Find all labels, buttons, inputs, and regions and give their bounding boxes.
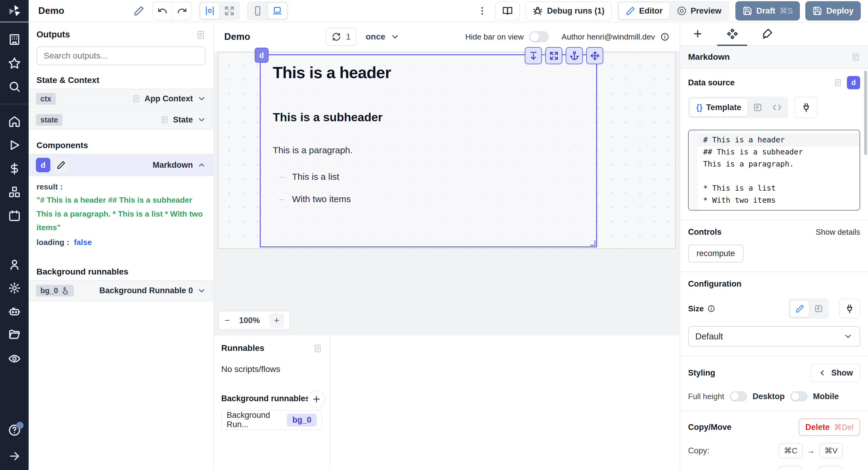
favorites-button[interactable] bbox=[8, 57, 21, 69]
tab-styling[interactable] bbox=[749, 22, 784, 45]
desktop-view-button[interactable] bbox=[267, 2, 287, 19]
undo-button[interactable] bbox=[153, 2, 172, 20]
recompute-button[interactable]: recompute bbox=[688, 245, 744, 262]
template-code-editor[interactable]: # This is a header ## This is a subheade… bbox=[688, 130, 860, 211]
full-height-toggle[interactable] bbox=[730, 391, 747, 402]
bg-runnable-row[interactable]: bg_0 Background Runnable 0 bbox=[29, 280, 213, 301]
markdown-component[interactable]: This is a header This is a subheader Thi… bbox=[260, 54, 597, 247]
pencil-icon bbox=[795, 304, 804, 313]
debug-runs-button[interactable]: Debug runs (1) bbox=[525, 1, 612, 20]
centered-layout-button[interactable] bbox=[200, 2, 220, 19]
show-styling-button[interactable]: Show bbox=[811, 363, 860, 382]
refresh-counter[interactable]: 1 bbox=[326, 28, 356, 46]
code-line[interactable]: ## This is a subheader bbox=[703, 146, 860, 158]
size-select[interactable]: Default bbox=[688, 326, 860, 347]
zoom-out-button[interactable]: − bbox=[224, 315, 230, 325]
scrollbar-thumb[interactable] bbox=[864, 70, 867, 155]
edit-component-id-button[interactable] bbox=[54, 158, 68, 172]
loading-key[interactable]: loading bbox=[36, 238, 64, 247]
zoom-in-button[interactable]: + bbox=[269, 313, 284, 328]
code-line[interactable]: This is a paragraph. bbox=[703, 158, 860, 170]
workspace-button[interactable] bbox=[8, 33, 21, 46]
tab-insert-component[interactable] bbox=[680, 22, 715, 45]
settings-button[interactable] bbox=[8, 282, 21, 294]
selected-component-tag[interactable]: d bbox=[255, 48, 269, 63]
windmill-logo[interactable] bbox=[0, 0, 29, 22]
search-button[interactable] bbox=[8, 80, 21, 93]
runnables-panel: Runnables No scripts/flows Background ru… bbox=[214, 335, 330, 470]
folders-button[interactable] bbox=[8, 329, 21, 342]
hide-bar-toggle[interactable] bbox=[529, 31, 549, 42]
code-mode-button[interactable] bbox=[767, 98, 786, 117]
size-static-button[interactable] bbox=[790, 300, 810, 317]
app-grid-container[interactable]: d This is a header This is a subheader T… bbox=[218, 52, 676, 249]
pencil-icon bbox=[133, 5, 144, 16]
code-line[interactable]: * This is a list bbox=[703, 182, 860, 194]
chevron-down-icon[interactable] bbox=[197, 94, 206, 103]
result-key[interactable]: result bbox=[36, 182, 58, 191]
desktop-toggle[interactable] bbox=[790, 391, 808, 402]
panel-doc-icon[interactable] bbox=[196, 30, 206, 40]
more-options-button[interactable] bbox=[477, 6, 487, 16]
result-value[interactable]: "# This is a header ## This is a subhead… bbox=[36, 194, 206, 235]
docs-button[interactable] bbox=[495, 1, 520, 20]
schedule-dropdown[interactable]: once bbox=[366, 32, 400, 41]
code-line[interactable]: # This is a header bbox=[698, 134, 860, 146]
preview-tab[interactable]: Preview bbox=[670, 2, 728, 20]
editor-tab[interactable]: Editor bbox=[618, 2, 670, 20]
plug-icon bbox=[845, 304, 855, 314]
delete-component-button[interactable]: Delete ⌘Del bbox=[799, 418, 860, 436]
expand-sidebar-button[interactable] bbox=[8, 450, 21, 462]
expand-down-handle[interactable] bbox=[525, 47, 542, 64]
canvas-area[interactable]: d This is a header This is a subheader T… bbox=[214, 51, 680, 335]
ctx-row[interactable]: ctx App Context bbox=[29, 89, 213, 109]
workers-button[interactable] bbox=[8, 305, 21, 318]
connect-input-button[interactable] bbox=[795, 96, 818, 118]
data-source-label: Data source bbox=[688, 78, 735, 87]
home-button[interactable] bbox=[8, 115, 21, 128]
component-d-row[interactable]: d Markdown bbox=[29, 154, 213, 176]
state-row[interactable]: state State bbox=[29, 110, 213, 130]
help-button[interactable] bbox=[8, 423, 21, 437]
show-details-link[interactable]: Show details bbox=[816, 228, 860, 237]
code-gutter bbox=[689, 130, 698, 210]
fullscreen-handle[interactable] bbox=[545, 47, 562, 64]
info-icon[interactable] bbox=[707, 305, 715, 313]
rename-app-button[interactable] bbox=[133, 5, 144, 16]
size-connect-button[interactable] bbox=[839, 299, 860, 319]
runs-button[interactable] bbox=[8, 139, 21, 151]
size-function-button[interactable] bbox=[810, 300, 827, 317]
function-mode-button[interactable] bbox=[748, 98, 767, 117]
chevron-down-icon[interactable] bbox=[197, 286, 206, 295]
redo-button[interactable] bbox=[172, 2, 191, 20]
users-button[interactable] bbox=[8, 258, 21, 271]
move-handle[interactable] bbox=[586, 47, 603, 64]
draft-button[interactable]: Draft ⌘S bbox=[735, 1, 800, 21]
configuration-title: Configuration bbox=[688, 280, 860, 289]
anchor-handle[interactable] bbox=[566, 47, 583, 64]
chevron-up-icon[interactable] bbox=[197, 160, 206, 170]
deploy-button[interactable]: Deploy bbox=[805, 1, 861, 21]
info-icon[interactable] bbox=[660, 32, 670, 41]
bg-runnable-card[interactable]: Background Run... bg_0 bbox=[221, 410, 322, 430]
calendar-icon bbox=[8, 209, 21, 222]
template-mode-button[interactable]: {} Template bbox=[689, 98, 748, 117]
add-bg-runnable-button[interactable] bbox=[308, 390, 325, 408]
robot-icon bbox=[8, 305, 21, 318]
panel-doc-icon[interactable] bbox=[851, 52, 860, 62]
schedules-button[interactable] bbox=[8, 209, 21, 222]
mobile-view-button[interactable] bbox=[248, 2, 267, 19]
audit-logs-button[interactable] bbox=[8, 352, 21, 365]
code-line[interactable]: * With two items bbox=[703, 194, 860, 206]
resources-button[interactable] bbox=[8, 186, 21, 199]
chevron-down-icon[interactable] bbox=[197, 115, 206, 124]
search-outputs-input[interactable] bbox=[44, 51, 198, 61]
full-width-layout-button[interactable] bbox=[220, 2, 239, 19]
star-icon bbox=[8, 57, 21, 69]
component-type-title: Markdown bbox=[688, 52, 730, 62]
variables-button[interactable] bbox=[8, 162, 21, 175]
code-line[interactable] bbox=[703, 170, 860, 182]
panel-doc-icon[interactable] bbox=[313, 343, 322, 354]
resize-handle[interactable] bbox=[590, 240, 595, 246]
tab-component-settings[interactable] bbox=[715, 22, 749, 45]
